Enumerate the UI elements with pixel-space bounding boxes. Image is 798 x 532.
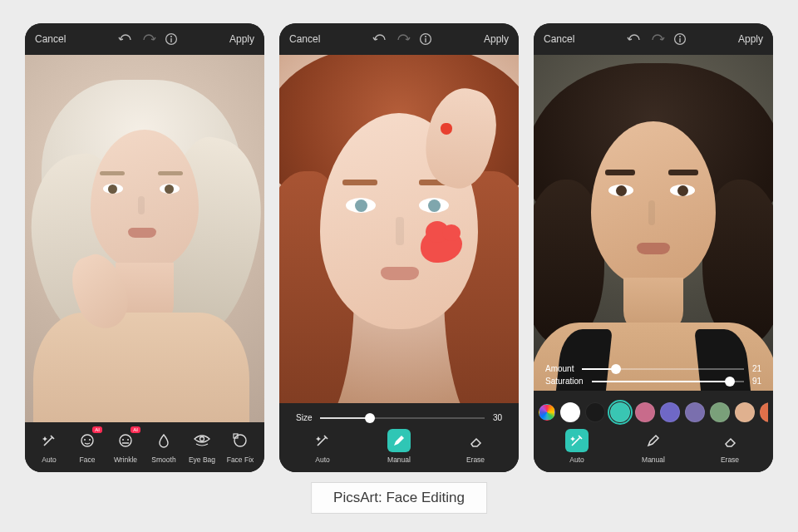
brow <box>668 170 698 175</box>
editor-topbar: Cancel Apply <box>534 23 773 55</box>
eye <box>670 185 695 196</box>
slider-value: 21 <box>752 364 761 373</box>
editor-bottombar: Auto Manual Erase <box>534 391 773 472</box>
brow <box>100 171 125 175</box>
tool-label: Auto <box>315 456 330 464</box>
tool-eyebag[interactable]: Eye Bag <box>184 429 220 464</box>
color-swatch[interactable] <box>685 402 705 422</box>
color-swatch[interactable] <box>760 402 768 422</box>
editor-canvas[interactable]: Amount 21 Saturation 91 <box>534 55 773 391</box>
nail <box>441 123 452 135</box>
slider-label: Size <box>296 413 312 422</box>
color-wheel-swatch[interactable] <box>539 404 555 421</box>
editor-topbar: Cancel Apply <box>25 23 264 55</box>
color-swatch[interactable] <box>710 402 730 422</box>
info-icon[interactable] <box>165 32 178 46</box>
nose <box>396 217 404 245</box>
cancel-button[interactable]: Cancel <box>544 33 574 45</box>
tool-label: Erase <box>466 456 485 464</box>
brow <box>158 171 183 175</box>
color-swatch[interactable] <box>635 402 655 422</box>
slider-value: 30 <box>493 413 502 422</box>
tool-row: Auto Manual Erase <box>284 429 514 464</box>
tool-erase[interactable]: Erase <box>457 429 494 464</box>
svg-point-1 <box>170 36 172 37</box>
tool-auto[interactable]: Auto <box>304 429 341 464</box>
nose <box>138 196 145 214</box>
tool-label: Auto <box>42 456 57 464</box>
tool-label: Face <box>80 456 96 464</box>
tool-wrinkle[interactable]: AIWrinkle <box>107 429 144 464</box>
editor-bottombar: Auto AIFace AIWrinkle Smooth Eye Bag Fac… <box>25 422 264 472</box>
tool-auto[interactable]: Auto <box>31 429 67 464</box>
editor-canvas[interactable] <box>279 55 519 403</box>
lips <box>637 243 670 254</box>
redo-icon[interactable] <box>650 33 665 45</box>
eye <box>160 184 180 194</box>
figure-caption: PicsArt: Face Editing <box>311 482 487 514</box>
brow <box>342 180 377 185</box>
tool-label: Manual <box>642 456 665 464</box>
amount-slider[interactable]: Amount 21 <box>542 362 765 375</box>
tool-manual[interactable]: Manual <box>635 429 672 464</box>
redo-icon[interactable] <box>396 33 411 45</box>
apply-button[interactable]: Apply <box>229 33 254 45</box>
size-slider[interactable]: Size 30 <box>284 410 514 429</box>
svg-point-7 <box>122 439 124 441</box>
lips <box>381 267 419 280</box>
saturation-slider[interactable]: Saturation 91 <box>542 375 765 387</box>
phone-screen-3: Cancel Apply Amount <box>534 23 773 472</box>
redo-icon[interactable] <box>141 33 156 45</box>
editor-bottombar: Size 30 Auto Manual Erase <box>279 403 519 472</box>
color-swatch[interactable] <box>660 402 680 422</box>
tool-label: Auto <box>569 456 584 464</box>
tool-auto[interactable]: Auto <box>559 429 595 464</box>
tool-manual[interactable]: Manual <box>381 429 417 464</box>
tool-label: Wrinkle <box>114 456 137 464</box>
tool-facefix[interactable]: Face Fix <box>222 429 259 464</box>
tool-row: Auto Manual Erase <box>539 429 768 464</box>
tool-label: Face Fix <box>227 456 254 464</box>
overlay-sliders: Amount 21 Saturation 91 <box>534 357 773 391</box>
undo-icon[interactable] <box>372 33 387 45</box>
slider-value: 91 <box>752 377 761 386</box>
shoulders <box>33 313 249 422</box>
tool-row: Auto AIFace AIWrinkle Smooth Eye Bag Fac… <box>30 429 259 464</box>
color-swatch[interactable] <box>585 402 605 422</box>
slider-label: Saturation <box>545 377 584 386</box>
svg-point-10 <box>234 435 246 446</box>
tool-smooth[interactable]: Smooth <box>145 429 182 464</box>
editor-canvas[interactable] <box>25 55 264 422</box>
editor-topbar: Cancel Apply <box>279 23 519 55</box>
svg-rect-17 <box>679 38 680 42</box>
undo-icon[interactable] <box>118 33 133 45</box>
apply-button[interactable]: Apply <box>484 33 509 45</box>
info-icon[interactable] <box>673 32 687 46</box>
cancel-button[interactable]: Cancel <box>289 33 320 45</box>
nose <box>648 200 655 225</box>
eye <box>346 198 376 213</box>
eye <box>419 198 449 213</box>
svg-rect-2 <box>170 38 171 42</box>
phone-screen-1: Cancel Apply Auto <box>25 23 264 472</box>
eye <box>608 185 633 196</box>
color-swatch[interactable] <box>610 402 630 422</box>
tool-erase[interactable]: Erase <box>712 429 748 464</box>
svg-point-5 <box>89 439 91 441</box>
svg-point-3 <box>81 435 93 446</box>
svg-rect-14 <box>425 38 426 42</box>
ai-badge: AI <box>131 426 140 433</box>
eye <box>103 184 123 194</box>
color-swatch[interactable] <box>560 402 580 422</box>
cancel-button[interactable]: Cancel <box>35 33 66 45</box>
tool-face[interactable]: AIFace <box>69 429 106 464</box>
apply-button[interactable]: Apply <box>738 33 763 45</box>
svg-point-8 <box>127 439 129 441</box>
phone-screen-2: Cancel Apply <box>279 23 519 472</box>
lips <box>128 228 156 238</box>
tool-label: Manual <box>387 456 411 464</box>
brow <box>605 170 635 175</box>
info-icon[interactable] <box>419 32 432 46</box>
color-swatch[interactable] <box>735 402 755 422</box>
undo-icon[interactable] <box>627 33 642 45</box>
